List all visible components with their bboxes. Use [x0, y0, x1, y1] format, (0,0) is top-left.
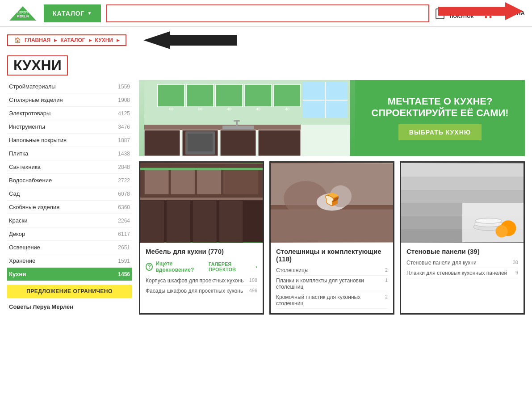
svg-rect-46 — [140, 200, 164, 242]
subcategory-planki-panels[interactable]: Планки для стеновых кухонных панелей 9 — [406, 268, 518, 278]
sidebar-item-instrumenty[interactable]: Инструменты 3476 — [7, 120, 132, 134]
breadcrumb-home[interactable]: ГЛАВНАЯ — [25, 37, 50, 43]
svg-text:60: 60 — [198, 107, 202, 111]
search-input[interactable] — [106, 4, 429, 22]
breadcrumb-area: 🏠 ГЛАВНАЯ ▸ КАТАЛОГ ▸ КУХНИ ▸ — [0, 27, 532, 54]
choose-kitchen-button[interactable]: ВЫБРАТЬ КУХНЮ — [398, 124, 482, 140]
promo-banner[interactable]: ПРЕДЛОЖЕНИЕ ОГРАНИЧЕНО — [7, 285, 132, 298]
svg-rect-25 — [144, 130, 180, 156]
breadcrumb-current[interactable]: КУХНИ — [95, 37, 113, 43]
sidebar-label: Декор — [9, 231, 25, 237]
svg-rect-30 — [188, 134, 213, 151]
subcategory-fasady[interactable]: Фасады шкафов для проектных кухонь 496 — [146, 286, 257, 296]
sidebar-item-napolnie[interactable]: Напольные покрытия 1887 — [7, 134, 132, 147]
sidebar-count: 2264 — [118, 218, 130, 224]
svg-rect-17 — [187, 84, 214, 107]
home-icon: 🏠 — [14, 37, 21, 43]
category-card-furniture[interactable]: Мебель для кухни (770) ? Ищете вдохновен… — [139, 161, 264, 315]
sidebar-item-dekor[interactable]: Декор 6117 — [7, 227, 132, 241]
sidebar-label: Сад — [9, 190, 20, 197]
page-title: КУХНИ — [7, 55, 68, 76]
subcategory-count: 108 — [249, 277, 257, 284]
subcategory-kromochny[interactable]: Кромочный пластик для кухонных столешниц… — [276, 292, 388, 309]
svg-marker-13 — [143, 31, 237, 49]
catalog-button[interactable]: КАТАЛОГ ▼ — [44, 4, 101, 22]
subcategory-stoleshnicy[interactable]: Столешницы 2 — [276, 265, 388, 276]
svg-rect-47 — [167, 200, 191, 242]
sidebar-count: 1559 — [118, 84, 130, 90]
sidebar-item-sad[interactable]: Сад 6078 — [7, 187, 132, 201]
inspiration-label: Ищете вдохновение? — [155, 261, 206, 273]
svg-rect-42 — [145, 168, 169, 194]
inspiration-link[interactable]: ? Ищете вдохновение? ГАЛЕРЕЯ ПРОЕКТОВ › — [146, 258, 257, 276]
sidebar-item-plitka[interactable]: Плитка 1438 — [7, 147, 132, 160]
breadcrumb[interactable]: 🏠 ГЛАВНАЯ ▸ КАТАЛОГ ▸ КУХНИ ▸ — [7, 34, 126, 46]
category-card-countertop[interactable]: 🍞 Столешницы и комплектующие (118) Столе… — [269, 161, 394, 315]
svg-rect-49 — [219, 200, 243, 242]
panels-illustration — [401, 163, 524, 243]
sep1: ▸ — [54, 37, 57, 43]
svg-point-68 — [475, 218, 502, 223]
card-image-furniture — [140, 163, 263, 243]
subcategory-label: Планки и комплекты для установки столешн… — [276, 277, 385, 290]
sidebar-item-osveschenie[interactable]: Освещение 2651 — [7, 241, 132, 254]
wishlist-label2: ПОКУПОК — [450, 13, 473, 19]
category-card-panels[interactable]: Стеновые панели (39) Стеновые панели для… — [400, 161, 525, 315]
wishlist-label: СПИСОК — [450, 7, 473, 13]
sidebar-item-stolyarnie[interactable]: Столярные изделия 1908 — [7, 93, 132, 107]
subcategory-count: 2 — [385, 267, 388, 273]
sidebar-item-skobyanie[interactable]: Скобяные изделия 6360 — [7, 201, 132, 214]
sidebar-item-kuhni[interactable]: Кухни 1456 — [7, 268, 132, 281]
subcategory-korpusa[interactable]: Корпуса шкафов для проектных кухонь 108 — [146, 276, 257, 286]
breadcrumb-catalog[interactable]: КАТАЛОГ — [60, 37, 85, 43]
subcategory-planki[interactable]: Планки и комплекты для установки столешн… — [276, 276, 388, 292]
sidebar-count: 6078 — [118, 191, 130, 197]
svg-rect-16 — [158, 84, 184, 107]
svg-rect-41 — [140, 198, 263, 200]
main-layout: Стройматериалы 1559 Столярные изделия 19… — [0, 80, 532, 315]
sidebar-item-elektrotovary[interactable]: Электротовары 4125 — [7, 107, 132, 120]
svg-rect-45 — [223, 168, 258, 194]
svg-text:MERLIN: MERLIN — [17, 15, 29, 18]
sidebar-count: 2848 — [118, 164, 130, 170]
svg-point-70 — [495, 225, 507, 237]
svg-rect-20 — [274, 84, 301, 107]
sidebar-item-santehnika[interactable]: Сантехника 2848 — [7, 160, 132, 174]
sidebar-count: 1908 — [118, 97, 130, 103]
search-wrapper — [106, 4, 429, 22]
subcategory-label: Кромочный пластик для кухонных столешниц — [276, 294, 385, 307]
svg-text:40: 40 — [227, 107, 231, 111]
page-title-area: КУХНИ — [0, 54, 532, 80]
header: LEROY MERLIN КАТАЛОГ ▼ 0 СПИСОК — [0, 0, 532, 27]
wishlist-icon: 0 — [435, 7, 447, 20]
sidebar-item-vodosnabzhenie[interactable]: Водоснабжение 2722 — [7, 174, 132, 187]
logo[interactable]: LEROY MERLIN — [7, 4, 38, 23]
subcategory-label: Стеновые панели для кухни — [406, 260, 477, 266]
sidebar-item-stroymaterialy[interactable]: Стройматериалы 1559 — [7, 80, 132, 93]
gallery-link[interactable]: ГАЛЕРЕЯ ПРОЕКТОВ › — [209, 261, 257, 272]
svg-text:60: 60 — [169, 107, 173, 111]
sidebar-count: 3476 — [118, 124, 130, 130]
card-body-countertop: Столешницы и комплектующие (118) Столешн… — [271, 243, 393, 313]
svg-rect-19 — [245, 84, 272, 107]
sidebar-item-kraski[interactable]: Краски 2264 — [7, 214, 132, 227]
svg-text:40: 40 — [285, 107, 289, 111]
sep3: ▸ — [117, 37, 119, 43]
cart-button[interactable]: КОРЗИНА — [481, 7, 525, 20]
svg-rect-50 — [140, 168, 263, 170]
subcategory-stenovye[interactable]: Стеновые панели для кухни 30 — [406, 258, 518, 268]
header-right: 0 СПИСОК ПОКУПОК КОРЗИНА — [435, 7, 525, 20]
svg-text:LEROY: LEROY — [17, 11, 28, 14]
sidebar-label: Столярные изделия — [9, 97, 63, 103]
furniture-illustration — [140, 163, 263, 243]
catalog-label: КАТАЛОГ — [53, 10, 85, 17]
sidebar-label: Кухни — [9, 271, 26, 277]
wishlist-button[interactable]: 0 СПИСОК ПОКУПОК — [435, 7, 473, 20]
sidebar-label: Краски — [9, 217, 27, 224]
subcategory-label: Столешницы — [276, 267, 309, 273]
svg-rect-59 — [401, 164, 524, 176]
kitchen-illustration-svg: 60 60 40 40 40 — [139, 80, 355, 156]
sidebar-item-hranenie[interactable]: Хранение 1591 — [7, 254, 132, 268]
content: 60 60 40 40 40 МЕЧТАЕТЕ О КУХНЕ?СПРОЕКТИ… — [139, 80, 525, 315]
categories-grid: Мебель для кухни (770) ? Ищете вдохновен… — [139, 161, 525, 315]
